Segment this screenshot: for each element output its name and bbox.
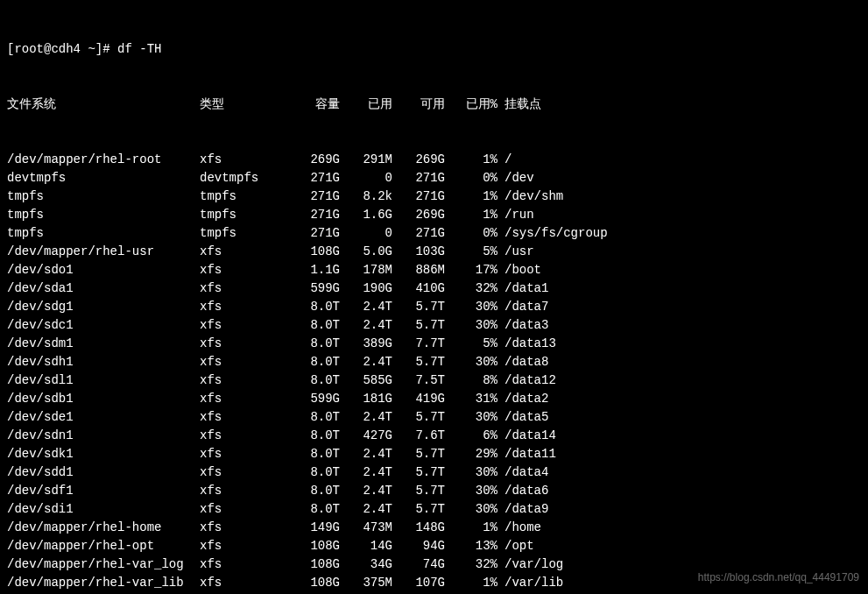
cell-usepct: 0% <box>445 169 498 187</box>
cell-size: 8.0T <box>287 298 340 316</box>
cell-used: 427G <box>340 427 392 445</box>
cell-mount: /usr <box>498 243 534 261</box>
cell-used: 34G <box>340 555 392 574</box>
cell-filesystem: tmpfs <box>7 224 200 243</box>
header-avail: 可用 <box>392 95 445 114</box>
cell-mount: /dev <box>498 169 534 187</box>
cell-type: tmpfs <box>200 206 287 224</box>
cell-usepct: 1% <box>445 151 498 169</box>
cell-type: xfs <box>200 500 287 519</box>
cell-avail: 74G <box>392 555 445 574</box>
cell-usepct: 32% <box>445 555 498 574</box>
cell-type: xfs <box>200 463 287 482</box>
cell-used: 5.0G <box>340 243 392 261</box>
header-filesystem: 文件系统 <box>7 95 200 114</box>
cell-type: xfs <box>200 390 287 408</box>
cell-usepct: 1% <box>445 574 498 592</box>
cell-usepct: 31% <box>445 390 498 408</box>
cell-used: 2.4T <box>340 500 392 519</box>
cell-used: 190G <box>340 279 392 298</box>
cell-filesystem: /dev/sdo1 <box>7 261 200 279</box>
cell-avail: 5.7T <box>392 445 445 463</box>
cell-used: 389G <box>340 335 392 353</box>
cell-filesystem: /dev/sdh1 <box>7 353 200 371</box>
cell-type: xfs <box>200 151 287 169</box>
cell-size: 1.1G <box>287 261 340 279</box>
cell-used: 473M <box>340 519 392 537</box>
cell-used: 585G <box>340 371 392 390</box>
cell-size: 271G <box>287 224 340 243</box>
cell-filesystem: tmpfs <box>7 187 200 206</box>
cell-avail: 5.7T <box>392 482 445 500</box>
cell-avail: 94G <box>392 537 445 555</box>
cell-usepct: 30% <box>445 316 498 335</box>
cell-type: tmpfs <box>200 224 287 243</box>
cell-mount: /data6 <box>498 482 548 500</box>
cell-mount: / <box>498 151 512 169</box>
cell-avail: 419G <box>392 390 445 408</box>
df-rows: /dev/mapper/rhel-rootxfs269G291M269G1%/d… <box>7 151 861 594</box>
command-text: df -TH <box>117 40 161 59</box>
cell-avail: 5.7T <box>392 316 445 335</box>
cell-filesystem: /dev/mapper/rhel-var_lib <box>7 574 200 592</box>
cell-mount: /data1 <box>498 279 548 298</box>
cell-type: xfs <box>200 243 287 261</box>
cell-used: 2.4T <box>340 463 392 482</box>
cell-usepct: 30% <box>445 463 498 482</box>
cell-mount: /data14 <box>498 427 556 445</box>
cell-usepct: 1% <box>445 206 498 224</box>
cell-usepct: 5% <box>445 243 498 261</box>
cell-size: 108G <box>287 574 340 592</box>
cell-avail: 271G <box>392 224 445 243</box>
cell-type: xfs <box>200 427 287 445</box>
cell-filesystem: /dev/sdf1 <box>7 482 200 500</box>
cell-usepct: 1% <box>445 187 498 206</box>
cell-type: xfs <box>200 537 287 555</box>
cell-usepct: 6% <box>445 427 498 445</box>
cell-size: 108G <box>287 555 340 574</box>
cell-filesystem: /dev/mapper/rhel-var_log <box>7 555 200 574</box>
cell-size: 8.0T <box>287 463 340 482</box>
terminal-output[interactable]: [root@cdh4 ~]# df -TH 文件系统 类型 容量 已用 可用 已… <box>7 4 861 594</box>
cell-avail: 269G <box>392 206 445 224</box>
cell-filesystem: /dev/sdl1 <box>7 371 200 390</box>
cell-size: 8.0T <box>287 482 340 500</box>
header-used: 已用 <box>340 95 392 114</box>
cell-usepct: 8% <box>445 371 498 390</box>
header-type: 类型 <box>200 95 287 114</box>
table-row: /dev/sdf1xfs8.0T2.4T5.7T30%/data6 <box>7 482 861 500</box>
cell-filesystem: /dev/sdn1 <box>7 427 200 445</box>
cell-avail: 5.7T <box>392 500 445 519</box>
cell-avail: 5.7T <box>392 353 445 371</box>
cell-filesystem: /dev/mapper/rhel-home <box>7 519 200 537</box>
cell-mount: /data3 <box>498 316 548 335</box>
cell-size: 8.0T <box>287 335 340 353</box>
cell-mount: /data5 <box>498 408 548 427</box>
cell-filesystem: /dev/mapper/rhel-opt <box>7 537 200 555</box>
table-row: /dev/sdo1xfs1.1G178M886M17%/boot <box>7 261 861 279</box>
cell-type: xfs <box>200 261 287 279</box>
cell-mount: /home <box>498 519 541 537</box>
cell-filesystem: /dev/mapper/rhel-usr <box>7 243 200 261</box>
cell-filesystem: /dev/sdc1 <box>7 316 200 335</box>
cell-size: 8.0T <box>287 500 340 519</box>
table-row: /dev/sda1xfs599G190G410G32%/data1 <box>7 279 861 298</box>
cell-used: 2.4T <box>340 298 392 316</box>
cell-avail: 148G <box>392 519 445 537</box>
cell-usepct: 30% <box>445 353 498 371</box>
cell-usepct: 1% <box>445 519 498 537</box>
cell-mount: /data13 <box>498 335 556 353</box>
cell-size: 8.0T <box>287 408 340 427</box>
cell-filesystem: /dev/sde1 <box>7 408 200 427</box>
cell-size: 269G <box>287 151 340 169</box>
table-row: tmpfstmpfs271G0271G0%/sys/fs/cgroup <box>7 224 861 243</box>
table-row: /dev/sdc1xfs8.0T2.4T5.7T30%/data3 <box>7 316 861 335</box>
cell-type: tmpfs <box>200 187 287 206</box>
cell-usepct: 5% <box>445 335 498 353</box>
cell-size: 271G <box>287 187 340 206</box>
cell-mount: /data7 <box>498 298 548 316</box>
cell-size: 108G <box>287 243 340 261</box>
cell-usepct: 30% <box>445 298 498 316</box>
cell-filesystem: /dev/sdi1 <box>7 500 200 519</box>
table-row: /dev/sdi1xfs8.0T2.4T5.7T30%/data9 <box>7 500 861 519</box>
